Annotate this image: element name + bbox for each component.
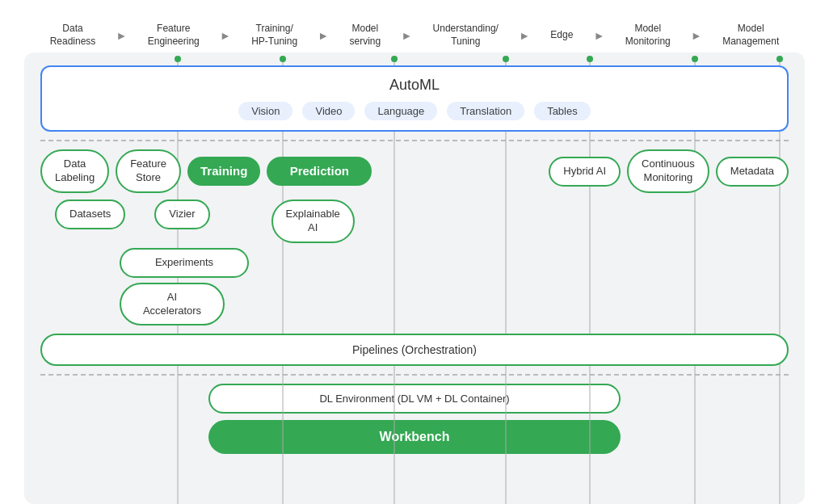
pill-training: Training — [187, 157, 260, 186]
arrow-3: ► — [318, 29, 329, 42]
automl-section: AutoML Vision Video Language Translation… — [40, 65, 789, 132]
pill-pipelines: Pipelines (Orchestration) — [40, 334, 789, 366]
svg-point-12 — [776, 56, 783, 62]
automl-title: AutoML — [55, 77, 774, 94]
pill-datasets: Datasets — [55, 200, 125, 229]
svg-point-4 — [391, 56, 398, 62]
pill-ai-accelerators: AIAccelerators — [120, 283, 225, 326]
pill-prediction: Prediction — [267, 157, 372, 186]
automl-chips: Vision Video Language Translation Tables — [55, 102, 774, 120]
pill-feature-store: FeatureStore — [116, 149, 181, 193]
arrow-7: ► — [691, 29, 702, 42]
pipeline-header: DataReadiness ► FeatureEngineering ► Tra… — [24, 16, 805, 48]
pill-continuous-monitoring: ContinuousMonitoring — [627, 149, 709, 193]
pill-experiments: Experiments — [120, 248, 249, 278]
arrow-6: ► — [594, 29, 605, 42]
svg-point-10 — [692, 56, 698, 62]
main-container: DataReadiness ► FeatureEngineering ► Tra… — [8, 8, 821, 504]
pill-vizier: Vizier — [154, 200, 209, 229]
pill-explainable-ai: ExplainableAI — [271, 200, 355, 243]
pipeline-step-edge: Edge — [550, 29, 573, 42]
chip-language: Language — [364, 102, 437, 120]
arrow-1: ► — [116, 29, 128, 42]
arrow-2: ► — [220, 29, 231, 42]
diagram-area: AutoML Vision Video Language Translation… — [24, 52, 805, 504]
dashed-divider-1 — [40, 140, 789, 141]
workbench-area: DL Environment (DL VM + DL Container) Wo… — [40, 384, 789, 454]
arrow-5: ► — [519, 29, 530, 42]
chip-translation: Translation — [447, 102, 524, 120]
svg-point-8 — [587, 56, 593, 62]
middle-section: DataLabeling FeatureStore Training Predi… — [40, 149, 789, 366]
svg-point-6 — [503, 56, 509, 62]
chip-vision: Vision — [238, 102, 292, 120]
dashed-divider-2 — [40, 374, 789, 376]
pipeline-step-feature-engineering: FeatureEngineering — [148, 23, 200, 48]
svg-point-0 — [175, 56, 181, 62]
pill-data-labeling: DataLabeling — [40, 149, 109, 193]
pipeline-step-data-readiness: DataReadiness — [50, 23, 96, 48]
pipeline-step-model-serving: Modelserving — [349, 23, 381, 48]
pipeline-step-understanding-tuning: Understanding/Tuning — [433, 23, 499, 48]
pill-metadata: Metadata — [716, 157, 789, 187]
pill-workbench: Workbench — [208, 420, 620, 454]
pill-dl-env: DL Environment (DL VM + DL Container) — [208, 384, 620, 414]
chip-video: Video — [302, 102, 355, 120]
pipeline-step-model-management: ModelManagement — [722, 23, 779, 48]
chip-tables: Tables — [534, 102, 591, 120]
pipeline-step-training-hp: Training/HP-Tuning — [251, 23, 297, 48]
pill-hybrid-ai: Hybrid AI — [549, 157, 621, 187]
svg-point-2 — [280, 56, 286, 62]
arrow-4: ► — [401, 29, 412, 42]
pipeline-step-model-monitoring: ModelMonitoring — [625, 23, 671, 48]
